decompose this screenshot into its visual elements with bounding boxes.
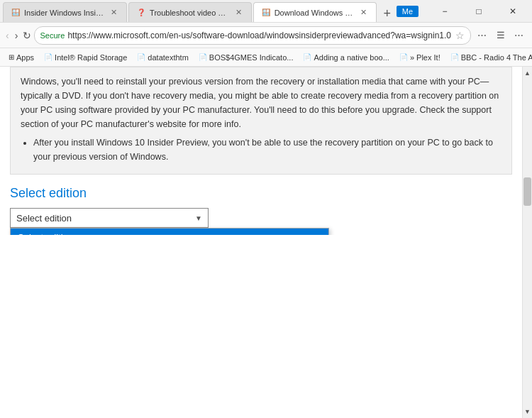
extensions-icon[interactable]: ⋯	[474, 27, 491, 44]
dropdown-option-placeholder[interactable]: Select edition	[11, 229, 328, 235]
bookmark-star-icon[interactable]: ☆	[455, 30, 465, 41]
dropdown-container: Select edition ▼ Select edition Build 15…	[10, 208, 209, 228]
tab-insider[interactable]: 🪟 Insider Windows Insider... ✕	[3, 2, 127, 22]
title-bar: 🪟 Insider Windows Insider... ✕ ❓ Trouble…	[0, 0, 532, 23]
minimize-button[interactable]: −	[428, 0, 461, 23]
bookmarks-bar: ⊞ Apps 📄 Intel® Rapid Storage 📄 datatext…	[0, 48, 532, 67]
bookmark-boss4gmes-label: BOS$4GMES Indicato...	[209, 53, 294, 62]
address-bar: ‹ › ↻ Secure https://www.microsoft.com/e…	[0, 23, 532, 48]
refresh-button[interactable]: ↻	[23, 26, 31, 45]
tabs-area: 🪟 Insider Windows Insider... ✕ ❓ Trouble…	[3, 0, 397, 22]
window-controls: − □ ✕	[428, 0, 529, 23]
tab-title-3: Download Windows 10 ...	[275, 9, 355, 17]
tab-download[interactable]: 🪟 Download Windows 10 ... ✕	[253, 2, 377, 22]
tab-close-3[interactable]: ✕	[358, 7, 369, 18]
hub-icon[interactable]: ☰	[492, 27, 509, 44]
tab-title-2: Troubleshoot video stre...	[150, 9, 230, 17]
tab-favicon-1: 🪟	[11, 8, 21, 18]
dropdown-select[interactable]: Select edition ▼	[10, 208, 209, 228]
close-button[interactable]: ✕	[497, 0, 529, 23]
bookmark-plex[interactable]: 📄 » Plex It!	[395, 52, 445, 63]
info-box: Windows, you'll need to reinstall your p…	[10, 67, 512, 175]
scroll-down-button[interactable]: ▼	[523, 407, 532, 417]
me-button[interactable]: Me	[397, 6, 419, 17]
section-title: Select edition	[10, 186, 512, 201]
toolbar-icons: ⋯ ☰ ⋯	[474, 27, 528, 44]
tab-close-2[interactable]: ✕	[233, 7, 244, 18]
bookmark-datatext-label: datatexthtm	[148, 53, 188, 62]
tab-title-1: Insider Windows Insider...	[24, 9, 105, 17]
bookmark-plex-label: » Plex It!	[410, 53, 440, 62]
page-content: Windows, you'll need to reinstall your p…	[0, 67, 522, 418]
scroll-thumb[interactable]	[523, 177, 531, 206]
bookmark-bbc-label: BBC - Radio 4 The Ar...	[461, 53, 532, 62]
dropdown-selected-label: Select edition	[16, 213, 72, 224]
dropdown-arrow-icon: ▼	[195, 214, 202, 222]
bookmark-intel-label: Intel® Rapid Storage	[55, 53, 127, 62]
back-button[interactable]: ‹	[4, 26, 11, 45]
intel-icon: 📄	[44, 53, 52, 61]
new-tab-button[interactable]: +	[378, 5, 397, 22]
scroll-track[interactable]	[523, 79, 532, 405]
browser-content: Windows, you'll need to reinstall your p…	[0, 67, 532, 418]
bookmark-bbc[interactable]: 📄 BBC - Radio 4 The Ar...	[446, 52, 532, 63]
forward-button[interactable]: ›	[13, 26, 20, 45]
boss4gmes-icon: 📄	[199, 53, 207, 61]
address-input-wrap[interactable]: Secure https://www.microsoft.com/en-us/s…	[34, 26, 471, 45]
page-inner: Windows, you'll need to reinstall your p…	[0, 67, 522, 235]
bookmark-apps[interactable]: ⊞ Apps	[4, 52, 38, 63]
tab-favicon-2: ❓	[136, 8, 146, 18]
info-text-1: Windows, you'll need to reinstall your p…	[21, 77, 499, 129]
bookmark-intel[interactable]: 📄 Intel® Rapid Storage	[40, 52, 131, 63]
bookmark-adding[interactable]: 📄 Adding a native boo...	[299, 52, 393, 63]
info-list-item: After you install Windows 10 Insider Pre…	[33, 136, 501, 164]
bbc-icon: 📄	[450, 53, 459, 61]
settings-icon[interactable]: ⋯	[511, 27, 528, 44]
scroll-up-button[interactable]: ▲	[523, 68, 532, 78]
address-text: https://www.microsoft.com/en-us/software…	[67, 31, 451, 40]
maximize-button[interactable]: □	[462, 0, 495, 23]
plex-icon: 📄	[399, 53, 408, 61]
bookmark-apps-label: Apps	[16, 53, 34, 62]
tab-favicon-3: 🪟	[261, 8, 271, 18]
bookmark-adding-label: Adding a native boo...	[314, 53, 389, 62]
bookmark-datatext[interactable]: 📄 datatexthtm	[133, 52, 192, 63]
scrollbar[interactable]: ▲ ▼	[522, 67, 532, 418]
tab-troubleshoot[interactable]: ❓ Troubleshoot video stre... ✕	[128, 2, 252, 22]
secure-icon: Secure	[40, 31, 65, 40]
bookmark-boss4gmes[interactable]: 📄 BOS$4GMES Indicato...	[194, 52, 298, 63]
apps-icon: ⊞	[9, 53, 14, 61]
datatext-icon: 📄	[137, 53, 145, 61]
adding-icon: 📄	[303, 53, 311, 61]
dropdown-list: Select edition Build 15025 Windows 10 In…	[10, 228, 329, 235]
tab-close-1[interactable]: ✕	[109, 7, 119, 18]
